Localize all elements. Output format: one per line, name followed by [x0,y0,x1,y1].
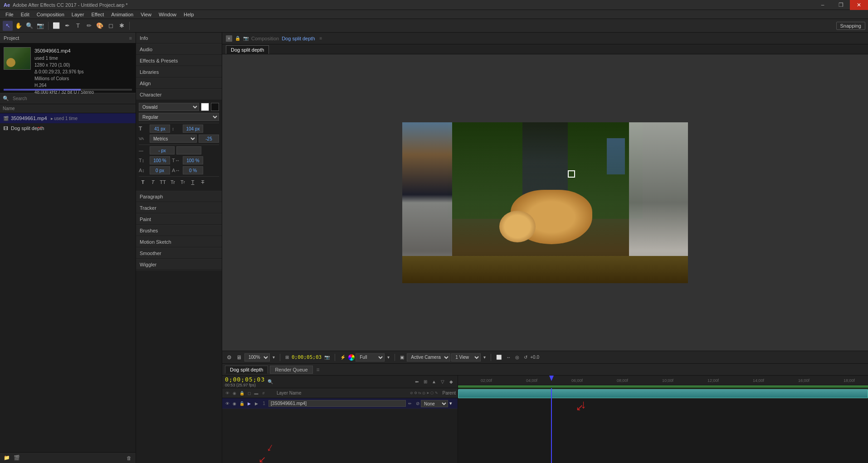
add-marker-btn[interactable]: ◆ [448,378,455,386]
text-tool[interactable]: T [73,21,83,31]
horizontal-scale-input[interactable] [183,156,203,164]
leading-input[interactable] [183,125,203,133]
menu-item-composition[interactable]: Composition [33,11,68,18]
timeline-menu-icon[interactable]: ≡ [317,367,320,373]
delete-btn[interactable]: 🗑 [125,454,133,462]
tracking-type-select[interactable]: Metrics [150,135,197,143]
font-name-select[interactable]: Oswald [139,103,199,111]
fill-color-swatch[interactable] [201,103,209,111]
lift-btn[interactable]: ▲ [430,378,438,386]
comp-menu-icon[interactable]: ≡ [320,36,322,41]
project-menu-icon[interactable]: ≡ [129,35,132,41]
info-header[interactable]: Info [136,33,222,43]
transparency-btn[interactable]: ⬜ [494,353,503,362]
timeline-search-btn[interactable]: 🔍 [267,378,274,386]
view-dropdown[interactable]: 1 View 2 Views 4 Views [451,353,481,362]
brush-tool[interactable]: ✏ [84,21,94,31]
quality-dropdown[interactable]: Full Half Quarter [356,353,385,362]
color-indicator[interactable] [348,354,355,361]
tsume-input[interactable] [183,166,203,174]
layer-eye-btn[interactable]: 👁 [224,400,230,407]
quality-menu-btn[interactable]: ▾ [385,353,391,362]
comp-tab-dog-split[interactable]: Dog split depth [226,45,269,54]
motion-sketch-header[interactable]: Motion Sketch [136,236,222,247]
layer-edit-btn[interactable]: ✏ [407,400,413,407]
libraries-header[interactable]: Libraries [136,67,222,77]
rect-tool[interactable]: ⬜ [51,21,61,31]
menu-item-view[interactable]: View [137,11,155,18]
font-style-select[interactable]: Regular [139,113,219,121]
menu-item-window[interactable]: Window [155,11,180,18]
puppet-tool[interactable]: ✱ [117,21,127,31]
minimize-button[interactable]: – [814,0,832,10]
bold-style-btn[interactable]: T [139,178,147,186]
menu-item-edit[interactable]: Edit [17,11,33,18]
tracking-value-input[interactable] [199,135,219,143]
project-item-video[interactable]: 🎬 350949661.mp4 ▸ used 1 time [0,113,136,123]
character-header[interactable]: Character [136,89,222,100]
menu-item-effect[interactable]: Effect [88,11,107,18]
new-comp-btn[interactable]: 🎬 [13,454,21,462]
timeline-tab-comp[interactable]: Dog split depth [225,366,268,374]
new-folder-btn[interactable]: 📁 [3,454,11,462]
select-tool[interactable]: ↖ [3,21,13,31]
menu-item-file[interactable]: File [2,11,17,18]
italic-style-btn[interactable]: T [149,178,157,186]
exposure-btn[interactable]: ◎ [513,353,521,362]
vertical-scale-input[interactable] [150,156,170,164]
stamp-tool[interactable]: 🎨 [95,21,105,31]
camera-capture-btn[interactable]: 📷 [322,353,332,362]
search-input[interactable] [11,95,133,102]
baseline-input[interactable] [150,166,170,174]
restore-button[interactable]: ❐ [832,0,850,10]
extract-btn[interactable]: ▽ [439,378,446,386]
reset-exposure-btn[interactable]: ↺ [522,353,529,362]
strikethrough-style-btn[interactable]: T [199,178,207,186]
grid-btn[interactable]: ⊞ [283,353,291,362]
stroke-color-swatch[interactable] [211,103,219,111]
timeline-tab-render[interactable]: Render Queue [270,366,312,374]
paint-header[interactable]: Paint [136,214,222,225]
render-toggle-btn[interactable]: ⚡ [338,353,347,362]
close-button[interactable]: ✕ [850,0,868,10]
playhead-line[interactable] [551,388,552,463]
line-spacing-input[interactable] [150,146,175,154]
active-camera-dropdown[interactable]: Active Camera [407,353,450,362]
layer-row-1[interactable]: 👁 ◉ 🔓 ▶ ▶ 1 [3S0949661.mp4] ✏ ⊘ [222,398,458,409]
layer-solo-btn[interactable]: ◉ [231,400,238,407]
allcaps-style-btn[interactable]: TT [159,178,167,186]
font-size-input[interactable] [150,125,170,133]
zoom-tool[interactable]: 🔍 [24,21,34,31]
effects-presets-header[interactable]: Effects & Presets [136,55,222,66]
composition-marker-btn[interactable]: ⬅ [413,378,420,386]
viewer-resolution-btn[interactable]: 🖥 [234,353,244,362]
video-track-bar[interactable] [458,389,868,398]
menu-item-help[interactable]: Help [180,11,198,18]
smoother-header[interactable]: Smoother [136,248,222,259]
parent-dropdown-btn[interactable]: ▾ [449,400,456,406]
viewer-settings-btn[interactable]: ⚙ [225,353,234,362]
camera-tool[interactable]: 📷 [35,21,45,31]
region-interest-btn[interactable]: ▣ [398,353,406,362]
prev-frame-btn[interactable]: ⊞ [422,378,429,386]
tracker-header[interactable]: Tracker [136,203,222,213]
layer-parent-select[interactable]: None [421,400,448,407]
layer-lock-btn[interactable]: 🔓 [239,400,245,407]
line-spacing2-input[interactable] [176,146,201,154]
hand-tool[interactable]: ✋ [14,21,24,31]
zoom-fit-btn[interactable]: ▾ [271,353,277,362]
paragraph-header[interactable]: Paragraph [136,191,222,202]
smallcaps-style-btn[interactable]: Tr [169,178,177,186]
layer-play-btn[interactable]: ▶ [253,400,259,407]
menu-item-animation[interactable]: Animation [107,11,137,18]
brushes-header[interactable]: Brushes [136,225,222,236]
pixel-aspect-btn[interactable]: ↔ [504,353,512,362]
wiggler-header[interactable]: Wiggler [136,259,222,270]
project-item-comp[interactable]: 🎞 Dog split depth ← [0,123,136,133]
view-options-btn[interactable]: ▾ [482,353,488,362]
snapping-button[interactable]: Snapping [836,22,866,30]
comp-close-btn[interactable]: × [226,35,232,42]
pen-tool[interactable]: ✒ [62,21,72,31]
eraser-tool[interactable]: ◻ [106,21,116,31]
underline-style-btn[interactable]: T [189,178,197,186]
